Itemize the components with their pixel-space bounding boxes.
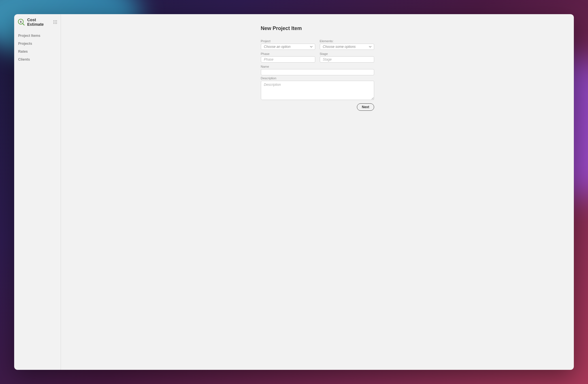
sidebar-item-rates[interactable]: Rates (14, 48, 61, 56)
field-elements: Elements: Choose some options (320, 39, 374, 50)
chevron-down-icon (310, 45, 313, 48)
svg-point-5 (55, 20, 56, 21)
svg-point-8 (55, 22, 56, 23)
textarea-description[interactable] (261, 81, 374, 100)
sidebar-item-clients[interactable]: Clients (14, 56, 61, 63)
button-row: Next (261, 103, 374, 111)
sidebar-nav: Project Items Projects Rates Clients (14, 32, 61, 63)
label-name: Name (261, 65, 374, 68)
svg-point-6 (56, 20, 57, 21)
svg-point-10 (54, 23, 54, 24)
input-name[interactable] (261, 69, 374, 75)
app-brand[interactable]: $ Cost Estimate (18, 18, 53, 27)
field-stage: Stage (320, 52, 374, 63)
svg-point-11 (55, 23, 56, 24)
field-name: Name (261, 65, 374, 75)
svg-line-3 (23, 24, 24, 25)
sidebar: $ Cost Estimate Project Items Projects (14, 14, 61, 370)
app-title: Cost Estimate (27, 18, 53, 27)
field-project: Project Choose an option (261, 39, 315, 50)
next-button[interactable]: Next (357, 103, 374, 111)
field-phase: Phase (261, 52, 315, 63)
label-elements: Elements: (320, 39, 374, 43)
page-title: New Project Item (261, 25, 374, 31)
sidebar-header: $ Cost Estimate (14, 18, 61, 32)
label-description: Description (261, 76, 374, 80)
app-logo-icon: $ (18, 18, 25, 26)
input-phase[interactable] (261, 56, 315, 63)
label-stage: Stage (320, 52, 374, 56)
form-container: New Project Item Project Choose an optio… (261, 25, 374, 111)
label-phase: Phase (261, 52, 315, 56)
select-project[interactable]: Choose an option (261, 44, 315, 50)
svg-point-9 (56, 22, 57, 23)
input-stage[interactable] (320, 56, 374, 63)
sidebar-item-project-items[interactable]: Project Items (14, 32, 61, 40)
apps-grid-icon[interactable] (53, 20, 57, 24)
select-elements[interactable]: Choose some options (320, 44, 374, 50)
select-project-placeholder: Choose an option (264, 45, 291, 49)
svg-text:$: $ (20, 20, 22, 23)
chevron-down-icon (369, 45, 372, 48)
sidebar-item-projects[interactable]: Projects (14, 40, 61, 48)
field-description: Description (261, 76, 374, 100)
main-content: New Project Item Project Choose an optio… (61, 14, 574, 370)
select-elements-placeholder: Choose some options (323, 45, 356, 49)
app-window: $ Cost Estimate Project Items Projects (14, 14, 574, 370)
svg-point-7 (54, 22, 54, 23)
label-project: Project (261, 39, 315, 43)
svg-point-4 (54, 20, 54, 21)
svg-point-12 (56, 23, 57, 24)
